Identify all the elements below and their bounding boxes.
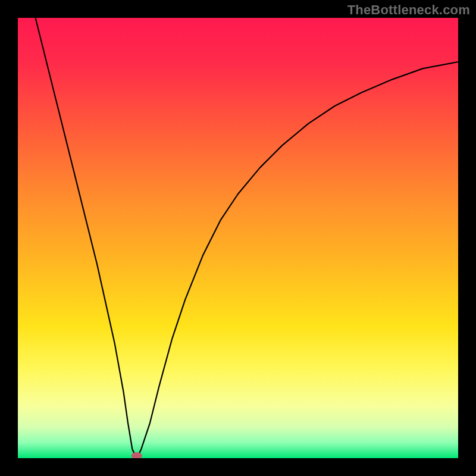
chart-stage: TheBottleneck.com	[0, 0, 476, 476]
chart-svg	[18, 18, 458, 458]
plot-area	[18, 18, 458, 458]
optimal-point-marker	[131, 452, 142, 458]
bottleneck-curve	[36, 18, 458, 458]
watermark-text: TheBottleneck.com	[347, 2, 470, 18]
